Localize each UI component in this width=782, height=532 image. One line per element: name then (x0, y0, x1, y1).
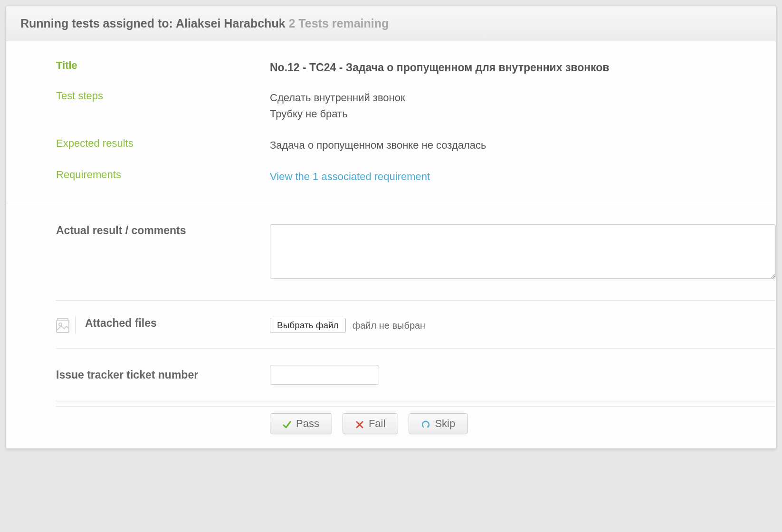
form-section: Actual result / comments (6, 203, 776, 448)
test-step-line: Сделать внутренний звонок (270, 90, 762, 106)
title-value: No.12 - TC24 - Задача о пропущенном для … (270, 59, 776, 76)
pass-button[interactable]: Pass (270, 413, 332, 434)
actual-result-textarea[interactable] (270, 224, 776, 279)
skip-button[interactable]: Skip (409, 413, 468, 434)
fail-button[interactable]: Fail (343, 413, 398, 434)
panel-header: Running tests assigned to: Aliaksei Hara… (6, 6, 776, 41)
file-status-text: файл не выбран (353, 320, 425, 331)
file-chooser: Выбрать файл файл не выбран (270, 318, 425, 333)
requirements-label: Requirements (6, 169, 270, 185)
fail-label: Fail (369, 418, 385, 430)
header-remaining: 2 Tests remaining (289, 17, 389, 30)
pass-label: Pass (296, 418, 319, 430)
attached-files-label: Attached files (85, 317, 157, 330)
test-step-line: Трубку не брать (270, 106, 762, 122)
test-steps-label: Test steps (6, 90, 270, 122)
issue-tracker-label: Issue tracker ticket number (56, 369, 270, 381)
issue-tracker-input[interactable] (270, 365, 379, 385)
cross-icon (355, 419, 364, 428)
skip-label: Skip (435, 418, 455, 430)
expected-results-label: Expected results (6, 137, 270, 153)
test-steps-value: Сделать внутренний звонок Трубку не брат… (270, 90, 776, 122)
check-icon (283, 419, 291, 428)
attachment-icon (56, 318, 70, 333)
test-runner-panel: Running tests assigned to: Aliaksei Hara… (6, 6, 776, 449)
actual-result-label: Actual result / comments (56, 224, 270, 281)
choose-file-button[interactable]: Выбрать файл (270, 318, 346, 333)
skip-arrow-icon (421, 419, 430, 428)
title-label: Title (6, 59, 270, 76)
header-assignee: Aliaksei Harabchuk (176, 17, 286, 30)
divider-vertical (75, 317, 76, 334)
requirements-link[interactable]: View the 1 associated requirement (270, 171, 430, 182)
expected-results-value: Задача о пропущенном звонке не создалась (270, 137, 776, 153)
test-details-section: Title No.12 - TC24 - Задача о пропущенно… (6, 41, 776, 203)
header-prefix: Running tests assigned to: (20, 17, 173, 30)
